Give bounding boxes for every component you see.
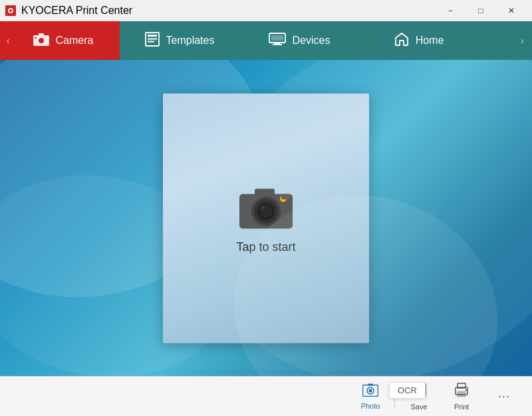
photo-label: Photo [361, 402, 380, 410]
nav-bar: ‹ Camera Templates [0, 21, 532, 60]
home-tab-label: Home [416, 35, 444, 47]
close-button[interactable]: ✕ [496, 0, 527, 21]
svg-rect-14 [273, 44, 282, 45]
camera-card[interactable]: Tap to start [163, 93, 369, 343]
svg-rect-13 [275, 43, 280, 44]
tab-camera[interactable]: Camera [0, 21, 120, 60]
svg-rect-10 [148, 41, 154, 42]
svg-point-26 [369, 389, 372, 392]
title-bar: KYOCERA Print Center − □ ✕ [0, 0, 532, 21]
tab-home[interactable]: Home [359, 21, 479, 60]
svg-rect-8 [148, 35, 157, 37]
svg-point-2 [9, 9, 12, 12]
devices-tab-icon [269, 33, 286, 49]
devices-tab-label: Devices [293, 35, 331, 47]
ocr-badge: OCR [389, 382, 426, 399]
photo-button[interactable]: Photo [349, 378, 392, 415]
more-button[interactable]: ··· [483, 378, 525, 415]
svg-rect-33 [458, 391, 466, 397]
toolbar-buttons: Photo Save [349, 378, 525, 415]
templates-tab-icon [145, 32, 160, 50]
tab-templates[interactable]: Templates [120, 21, 239, 60]
camera-tab-icon [33, 33, 49, 49]
tap-to-start-label: Tap to start [236, 240, 295, 254]
app-logo-icon [5, 5, 16, 16]
more-icon: ··· [498, 389, 510, 403]
nav-right-overflow[interactable]: › [512, 21, 532, 60]
minimize-button[interactable]: − [435, 0, 466, 21]
save-label: Save [410, 403, 427, 411]
camera-icon-wrapper: Tap to start [236, 182, 296, 254]
title-bar-controls: − □ ✕ [435, 0, 527, 21]
svg-point-20 [261, 206, 265, 210]
svg-rect-6 [35, 37, 37, 39]
tab-devices[interactable]: Devices [239, 21, 359, 60]
photo-icon [362, 383, 378, 400]
title-bar-left: KYOCERA Print Center [5, 5, 132, 17]
svg-rect-5 [39, 33, 44, 36]
svg-rect-9 [148, 38, 157, 39]
camera-icon [236, 182, 296, 232]
svg-rect-27 [368, 383, 373, 385]
print-icon [454, 383, 469, 401]
app-title: KYOCERA Print Center [21, 5, 132, 17]
maximize-button[interactable]: □ [466, 0, 496, 21]
print-label: Print [454, 403, 469, 411]
camera-tab-label: Camera [56, 35, 94, 47]
nav-left-arrow[interactable]: ‹ [0, 21, 16, 60]
svg-rect-12 [271, 35, 283, 41]
svg-rect-21 [255, 189, 275, 197]
home-tab-icon [394, 32, 409, 50]
svg-rect-23 [281, 194, 289, 200]
templates-tab-label: Templates [166, 35, 215, 47]
print-button[interactable]: Print [440, 378, 483, 415]
svg-point-4 [38, 37, 45, 44]
svg-point-34 [466, 389, 467, 390]
main-content[interactable]: Tap to start [0, 60, 532, 376]
bottom-toolbar: OCR Photo [0, 376, 532, 416]
ocr-label: OCR [398, 385, 417, 395]
